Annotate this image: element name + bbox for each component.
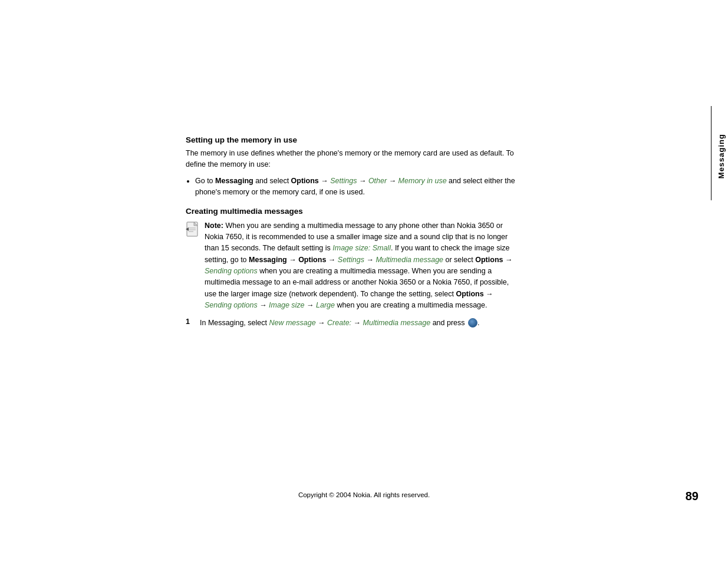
bullet-bold-messaging: Messaging [215,177,253,185]
note-italic-image-size2: Image size [269,301,304,309]
note-block: Note: When you are sending a multimedia … [186,220,522,312]
note-italic-multimedia-msg: Multimedia message [375,256,443,264]
body-memory-intro: The memory in use defines whether the ph… [186,148,522,171]
step1-text2: and press [430,319,467,327]
section-creating-multimedia: Creating multimedia messages [186,207,522,329]
step1-italic-create: Create: [327,319,351,327]
note-italic-sending-options2: Sending options [205,301,258,309]
note-text-content: Note: When you are sending a multimedia … [205,220,522,312]
note-text-3: or select [443,256,475,264]
bullet-item-memory: Go to Messaging and select Options → Set… [195,176,522,199]
page-number: 89 [686,490,699,503]
note-italic-image-size: Image size: Small [332,244,391,252]
step1-italic-new-message: New message [269,319,315,327]
step1-arrow1: → [316,319,327,327]
bullet-arrow-2: → [357,177,368,185]
note-bold-options3: Options [456,290,483,298]
note-bold-messaging: Messaging [249,256,287,264]
side-tab-messaging: Messaging [714,118,728,194]
note-arrow-6: → [258,301,269,309]
step-1-number: 1 [186,318,197,326]
step-1-text: In Messaging, select New message → Creat… [200,318,480,329]
note-italic-sending-options1: Sending options [205,267,258,275]
step1-period: . [477,319,479,327]
note-arrow-7: → [305,301,316,309]
note-italic-large: Large [316,301,335,309]
note-bold-options1: Options [298,256,326,264]
step1-arrow2: → [351,319,363,327]
note-text-5: when you are creating a multimedia messa… [335,301,487,309]
note-icon [186,221,202,237]
body-memory-intro-text: The memory in use defines whether the ph… [186,149,514,168]
bullet-italic-other: Other [368,177,387,185]
page-container: Setting up the memory in use The memory … [0,0,728,562]
bullet-italic-settings: Settings [330,177,357,185]
note-arrow-5: → [484,290,493,298]
bullet-text-and-select: and select [253,177,291,185]
heading-setting-up-memory: Setting up the memory in use [186,135,522,144]
side-tab-label: Messaging [717,134,726,178]
note-arrow-1: → [287,256,298,264]
bullet-arrow-3: → [387,177,398,185]
side-tab-line [711,106,711,200]
bullet-arrow-1: → [319,177,330,185]
section-setting-up-memory: Setting up the memory in use The memory … [186,135,522,199]
footer-copyright: Copyright © 2004 Nokia. All rights reser… [298,491,430,498]
note-bold-options2: Options [475,256,503,264]
step1-italic-multimedia: Multimedia message [363,319,431,327]
heading-creating-multimedia: Creating multimedia messages [186,207,522,216]
note-italic-settings: Settings [338,256,364,264]
note-arrow-3: → [364,256,375,264]
step1-text1: In Messaging, select [200,319,269,327]
note-arrow-2: → [326,256,337,264]
note-arrow-4: → [503,256,512,264]
circle-button-icon [468,318,477,328]
bullet-list-memory: Go to Messaging and select Options → Set… [195,176,522,199]
bullet-italic-memory-in-use: Memory in use [398,177,447,185]
step-1: 1 In Messaging, select New message → Cre… [186,318,522,329]
note-bold-label: Note: [205,222,223,230]
bullet-bold-options: Options [291,177,319,185]
bullet-text-go-to: Go to [195,177,215,185]
main-content: Setting up the memory in use The memory … [186,135,522,329]
